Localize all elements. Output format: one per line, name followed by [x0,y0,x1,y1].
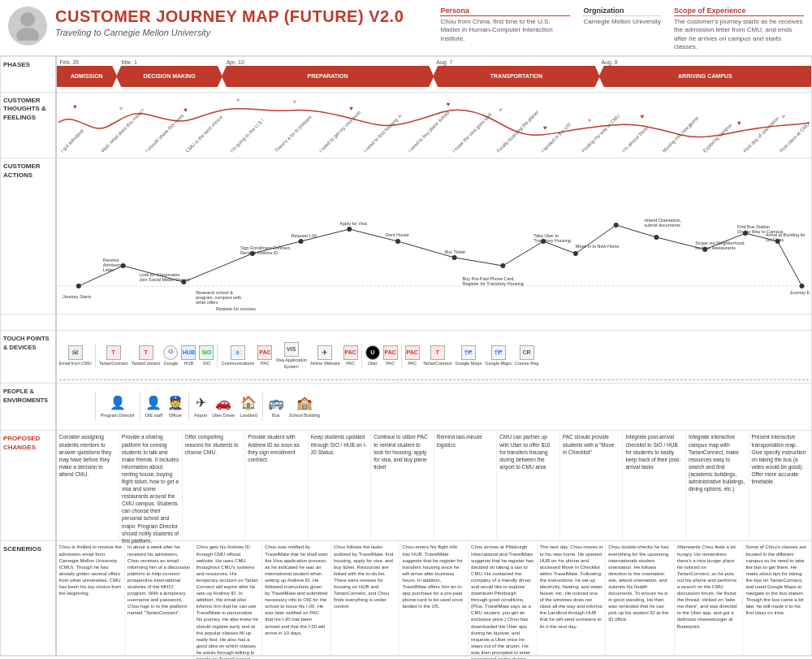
svg-text:Move in to New Home: Move in to New Home [575,244,619,249]
svg-text:♥: ♥ [587,117,591,124]
tp-pac3: PAC PAC [383,345,398,366]
svg-text:I hope the visa goes well: I hope the visa goes well [451,112,492,154]
svg-text:other offers: other offers [196,300,218,305]
tp-tartan1: T TartanConnect [99,345,128,366]
thoughts-label: CUSTOMER THOUGHTS & FEELINGS [1,92,56,158]
title-block: CUSTOMER JOURNEY MAP (FUTURE) V2.0 Trave… [55,7,432,37]
svg-text:♥: ♥ [235,97,240,104]
svg-text:Join Social Media Groups: Join Social Media Groups [139,277,189,282]
tp-tartan3: T TartanConnect [423,345,452,366]
tp-visa-app: VIS Visa Application System [275,342,307,371]
tp-pac4: PAC PAC [405,345,420,366]
scope-block: Scope of Experience The customer's journ… [674,7,804,52]
svg-text:♥: ♥ [349,105,353,112]
thoughts-content: ♥ ♥ ♥ ♥ ♥ ♥ ♥ ♥ ♥ ♥ ♥ ♥ ♥ ♥ ♥ I got admi… [56,92,812,158]
person-school-building: 🏫 School Building [289,394,320,418]
svg-text:Request I-20: Request I-20 [291,233,316,238]
svg-text:Register for Transitory Housin: Register for Transitory Housing [462,281,523,286]
persona-value: Chou from China, first time to the U.S. … [440,18,570,43]
tp-google: G Google [163,345,178,366]
svg-text:♥: ♥ [499,106,503,114]
svg-text:Apply for Visa: Apply for Visa [339,221,368,226]
scenario-col-8: The next day, Chou moves in to his new h… [538,541,607,655]
tp-gmaps2: 🗺 Google Maps [485,345,512,366]
svg-text:♥: ♥ [292,98,296,106]
svg-text:Rent House: Rent House [386,232,409,237]
scenario-col-4: Chou was notified by TravelMate that he … [262,541,331,655]
phases-label: PHASES [1,56,56,92]
scope-label: Scope of Experience [674,7,804,16]
svg-text:for Nice Restaurants: for Nice Restaurants [695,245,736,250]
tp-airline: ✈ Airline Website [310,345,340,366]
svg-point-36 [76,284,80,288]
thought-1: I got admitted! [59,128,84,153]
svg-point-43 [451,255,456,260]
touchpoints-label: TOUCH POINTS & DEVICES [1,331,56,384]
svg-text:Letter: Letter [102,267,114,272]
scenario-col-10: Afterwards Chou feels a bit hungry. He r… [675,541,744,655]
svg-text:♥: ♥ [72,103,76,111]
svg-text:♥: ♥ [446,101,450,108]
svg-point-1 [16,28,39,41]
person-uber-driver: 🚗 Uber Driver [212,394,235,418]
svg-text:♥: ♥ [736,119,741,127]
proposed-col-4: Provide student with Andrew ID as soon a… [245,431,309,540]
phase-admission: ADMISSION [57,66,118,87]
svg-point-47 [613,223,618,228]
emotion-svg: ♥ ♥ ♥ ♥ ♥ ♥ ♥ ♥ ♥ ♥ ♥ ♥ ♥ ♥ ♥ I got admi… [58,94,810,154]
person-oie-staff: 👤 OIE staff [145,394,162,418]
scenario-col-1: Chou is thrilled to receive the admissio… [57,541,126,655]
svg-text:I'm almost there: I'm almost there [621,125,650,154]
phase-arriving: ARRIVING CAMPUS [599,66,811,87]
journey-map-table: PHASES Feb. 26 Mar. 1 Apr. 10 Aug. 7 Aug… [0,56,812,657]
avatar [8,7,47,46]
proposed-row: PROPOSED CHANGES Consider assigning stud… [1,431,812,541]
scenario-col-2: In about a week after he received his ad… [125,541,194,655]
scenarios-label: SCENERIOS [1,541,56,656]
proposed-col-1: Consider assigning students mentors to a… [57,431,120,540]
svg-text:♥: ♥ [781,113,785,120]
proposed-col-11: Integrate interactive campus map with Ta… [686,431,749,540]
date-aug8: Aug. 8 [601,59,811,66]
date-apr: Apr. 10 [227,59,437,66]
touchpoints-content: ✉ Email from CMU T TartanConnect T Tarta… [56,331,812,384]
actions-row: CUSTOMER ACTIONS [1,158,812,314]
svg-text:Receive Andrew ID: Receive Andrew ID [240,250,277,255]
actions-label: CUSTOMER ACTIONS [1,158,56,314]
journey-path-svg: Journey Starts Receive Admission Letter … [58,160,810,310]
proposed-col-8: CMU can partner up with Uber to offer $1… [497,431,560,540]
date-aug7: Aug. 7 [436,59,601,66]
svg-point-0 [20,12,35,27]
tp-uber: U Uber [365,345,380,366]
tp-coursereg: CR Course Reg [515,345,538,366]
people-content: 👤 Program Director 👤 OIE staff 👮 Officer… [56,384,812,431]
date-mar: Mar. 1 [119,59,226,66]
page-header: CUSTOMER JOURNEY MAP (FUTURE) V2.0 Trave… [0,0,812,56]
svg-text:Register for courses: Register for courses [216,306,256,310]
tp-gmaps1: 🗺 Google Maps [455,345,482,366]
page-title: CUSTOMER JOURNEY MAP (FUTURE) V2.0 [55,7,432,26]
org-value: Carnegie Mellon University [583,18,661,26]
thought-2: Wait, what does this mean? [100,107,145,154]
proposed-col-5: Keep students updated through SIO / HUB … [309,431,372,540]
phase-preparation: PREPARATION [222,66,434,87]
person-bus: 🚌 Bus [268,394,284,418]
svg-text:I got admitted!: I got admitted! [59,128,84,153]
svg-text:♥: ♥ [543,124,547,132]
actions-content: Journey Starts Receive Admission Letter … [56,158,812,314]
svg-text:Finding my way to CMU: Finding my way to CMU [581,113,620,153]
svg-point-41 [347,227,352,232]
thoughts-row: CUSTOMER THOUGHTS & FEELINGS ♥ ♥ ♥ ♥ ♥ ♥… [1,92,812,158]
tp-hub: HUB HUB [181,345,196,366]
svg-point-52 [799,284,804,288]
svg-text:Buy Ticket: Buy Ticket [444,249,465,254]
scenario-col-5: Chou follows the tasks outlined by Trave… [331,541,400,655]
person-officer: 👮 Officer [167,394,184,418]
svg-text:Transitory Housing: Transitory Housing [533,238,571,243]
proposed-col-2: Provide a sharing platform for coming st… [119,431,183,540]
svg-text:Journey Starts: Journey Starts [62,294,90,299]
svg-text:1st Class: 1st Class [765,237,784,242]
svg-text:submit documents: submit documents [644,223,680,228]
persona-label: Persona [440,7,570,16]
svg-point-44 [500,263,505,268]
